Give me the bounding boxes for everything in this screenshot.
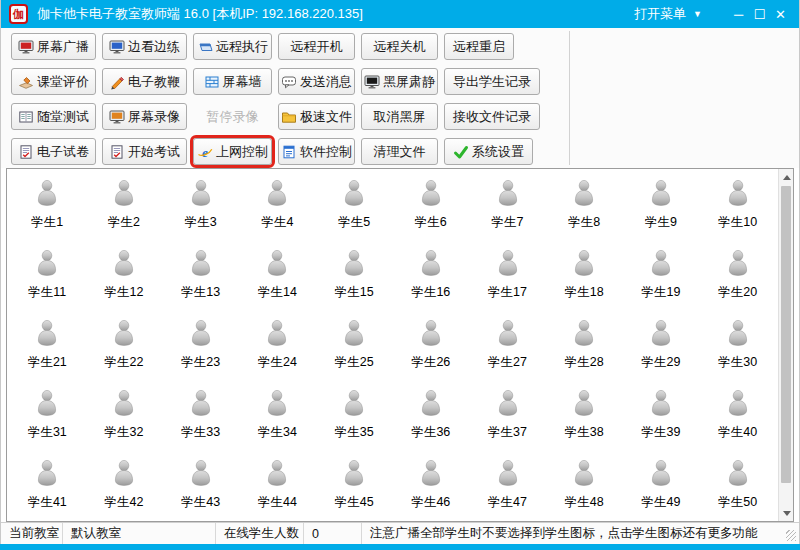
student-item[interactable]: 学生4 xyxy=(239,173,316,243)
student-item[interactable]: 学生20 xyxy=(699,243,776,313)
student-item[interactable]: 学生8 xyxy=(546,173,623,243)
window-title: 伽卡他卡电子教室教师端 16.0 [本机IP: 192.168.220.135] xyxy=(37,5,634,23)
orange-monitor-icon xyxy=(109,109,125,125)
student-item[interactable]: 学生50 xyxy=(699,453,776,521)
close-button[interactable]: ✕ xyxy=(770,4,791,24)
student-item[interactable]: 学生43 xyxy=(162,453,239,521)
student-item[interactable]: 学生37 xyxy=(469,383,546,453)
student-item[interactable]: 学生44 xyxy=(239,453,316,521)
student-item[interactable]: 学生34 xyxy=(239,383,316,453)
student-item[interactable]: 学生31 xyxy=(9,383,86,453)
screen-wall-button[interactable]: 屏幕墙 xyxy=(193,68,272,95)
internet-control-button[interactable]: e上网控制 xyxy=(193,138,272,165)
student-person-icon xyxy=(726,460,750,490)
student-item[interactable]: 学生21 xyxy=(9,313,86,383)
student-item[interactable]: 学生24 xyxy=(239,313,316,383)
resize-grip[interactable] xyxy=(783,523,799,544)
student-item[interactable]: 学生47 xyxy=(469,453,546,521)
student-item[interactable]: 学生32 xyxy=(86,383,163,453)
student-item[interactable]: 学生6 xyxy=(392,173,469,243)
class-evaluation-button[interactable]: 课堂评价 xyxy=(11,68,96,95)
cancel-black-screen-button[interactable]: 取消黑屏 xyxy=(361,103,438,130)
remote-execute-button[interactable]: 远程执行 xyxy=(193,33,272,60)
current-classroom-value: 默认教室 xyxy=(63,523,216,544)
receive-file-records-button[interactable]: 接收文件记录 xyxy=(444,103,540,130)
remote-restart-button[interactable]: 远程重启 xyxy=(444,33,514,60)
fast-file-transfer-button[interactable]: 极速文件 xyxy=(278,103,355,130)
student-item[interactable]: 学生16 xyxy=(392,243,469,313)
student-item[interactable]: 学生5 xyxy=(316,173,393,243)
open-menu-button[interactable]: 打开菜单 ▼ xyxy=(634,5,702,23)
student-item[interactable]: 学生17 xyxy=(469,243,546,313)
start-exam-button[interactable]: 开始考试 xyxy=(102,138,187,165)
student-item[interactable]: 学生9 xyxy=(623,173,700,243)
student-item[interactable]: 学生40 xyxy=(699,383,776,453)
student-item[interactable]: 学生11 xyxy=(9,243,86,313)
remote-power-on-button[interactable]: 远程开机 xyxy=(278,33,355,60)
student-item[interactable]: 学生10 xyxy=(699,173,776,243)
student-grid: 学生1学生2学生3学生4学生5学生6学生7学生8学生9学生10学生11学生12学… xyxy=(9,169,776,521)
scroll-down-button[interactable] xyxy=(779,505,794,521)
remote-shutdown-button[interactable]: 远程关机 xyxy=(361,33,438,60)
student-item[interactable]: 学生45 xyxy=(316,453,393,521)
student-item[interactable]: 学生2 xyxy=(86,173,163,243)
maximize-button[interactable]: ☐ xyxy=(749,4,770,24)
student-item[interactable]: 学生46 xyxy=(392,453,469,521)
student-item[interactable]: 学生48 xyxy=(546,453,623,521)
student-item[interactable]: 学生18 xyxy=(546,243,623,313)
watch-and-practice-button[interactable]: 边看边练 xyxy=(102,33,187,60)
student-item[interactable]: 学生42 xyxy=(86,453,163,521)
black-screen-silence-button[interactable]: 黑屏肃静 xyxy=(361,68,438,95)
student-item[interactable]: 学生3 xyxy=(162,173,239,243)
screen-recording-button[interactable]: 屏幕录像 xyxy=(102,103,187,130)
student-item[interactable]: 学生15 xyxy=(316,243,393,313)
student-item[interactable]: 学生38 xyxy=(546,383,623,453)
toolbar-button-label: 开始考试 xyxy=(128,143,180,161)
system-settings-button[interactable]: 系统设置 xyxy=(444,138,533,165)
export-student-records-button[interactable]: 导出学生记录 xyxy=(444,68,540,95)
student-label: 学生2 xyxy=(108,214,140,231)
student-item[interactable]: 学生27 xyxy=(469,313,546,383)
student-item[interactable]: 学生29 xyxy=(623,313,700,383)
student-item[interactable]: 学生26 xyxy=(392,313,469,383)
minimize-button[interactable]: ─ xyxy=(728,4,749,24)
electronic-exam-paper-button[interactable]: 电子试卷 xyxy=(11,138,96,165)
student-item[interactable]: 学生7 xyxy=(469,173,546,243)
send-message-button[interactable]: 发送消息 xyxy=(278,68,355,95)
student-item[interactable]: 学生30 xyxy=(699,313,776,383)
student-item[interactable]: 学生49 xyxy=(623,453,700,521)
software-control-button[interactable]: 软件控制 xyxy=(278,138,355,165)
student-item[interactable]: 学生1 xyxy=(9,173,86,243)
screen-broadcast-button[interactable]: 屏幕广播 xyxy=(11,33,96,60)
vertical-scrollbar[interactable] xyxy=(778,169,793,521)
in-class-quiz-button[interactable]: 随堂测试 xyxy=(11,103,96,130)
toolbar-row: 随堂测试屏幕录像暂停录像极速文件取消黑屏接收文件记录 xyxy=(11,103,799,130)
scroll-up-button[interactable] xyxy=(779,169,794,185)
student-item[interactable]: 学生28 xyxy=(546,313,623,383)
student-item[interactable]: 学生33 xyxy=(162,383,239,453)
toolbar-button-label: 上网控制 xyxy=(216,143,268,161)
student-item[interactable]: 学生13 xyxy=(162,243,239,313)
student-item[interactable]: 学生41 xyxy=(9,453,86,521)
student-item[interactable]: 学生35 xyxy=(316,383,393,453)
student-item[interactable]: 学生14 xyxy=(239,243,316,313)
student-item[interactable]: 学生22 xyxy=(86,313,163,383)
scrollbar-thumb[interactable] xyxy=(781,186,791,483)
student-person-icon xyxy=(649,180,673,210)
statusbar-notice: 注意广播全部学生时不要选择到学生图标，点击学生图标还有更多功能 xyxy=(362,523,783,544)
electronic-pointer-button[interactable]: 电子教鞭 xyxy=(102,68,187,95)
clean-files-button[interactable]: 清理文件 xyxy=(361,138,438,165)
student-item[interactable]: 学生12 xyxy=(86,243,163,313)
student-item[interactable]: 学生19 xyxy=(623,243,700,313)
toolbar-row: 课堂评价电子教鞭屏幕墙发送消息黑屏肃静导出学生记录 xyxy=(11,68,799,95)
black-monitor-icon xyxy=(364,74,380,90)
student-item[interactable]: 学生25 xyxy=(316,313,393,383)
exec-window-icon xyxy=(197,39,213,55)
student-person-icon xyxy=(35,250,59,280)
student-item[interactable]: 学生23 xyxy=(162,313,239,383)
student-item[interactable]: 学生39 xyxy=(623,383,700,453)
toolbar-button-label: 暂停录像 xyxy=(207,108,259,126)
student-item[interactable]: 学生36 xyxy=(392,383,469,453)
student-person-icon xyxy=(726,390,750,420)
student-person-icon xyxy=(572,250,596,280)
